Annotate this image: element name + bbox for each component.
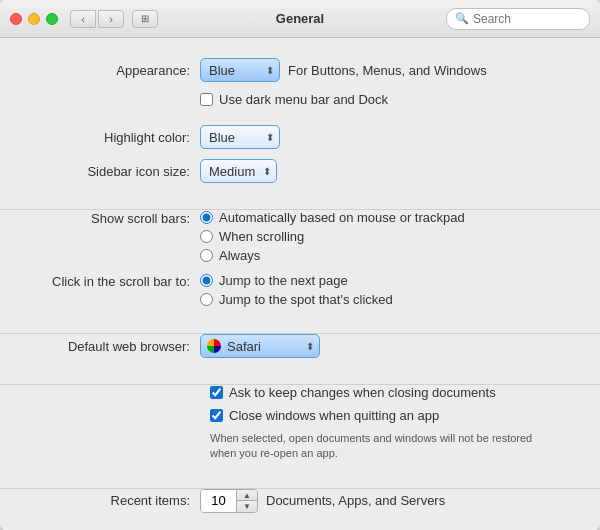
appearance-select[interactable]: Blue Graphite <box>200 58 280 82</box>
scroll-auto-label: Automatically based on mouse or trackpad <box>219 210 465 225</box>
show-scroll-bars-row: Show scroll bars: Automatically based on… <box>20 210 580 263</box>
browser-label: Default web browser: <box>20 339 200 354</box>
titlebar: ‹ › ⊞ General 🔍 <box>0 0 600 38</box>
stepper-up-button[interactable]: ▲ <box>237 490 257 502</box>
nav-buttons: ‹ › <box>70 10 124 28</box>
scroll-when-radio[interactable] <box>200 230 213 243</box>
close-windows-row: Close windows when quitting an app <box>210 408 580 423</box>
checkbox-group: Ask to keep changes when closing documen… <box>210 385 580 423</box>
checkboxes-section: Ask to keep changes when closing documen… <box>0 385 600 489</box>
recent-items-section: Recent items: 10 ▲ ▼ Documents, Apps, an… <box>0 489 600 530</box>
dark-menu-row: Use dark menu bar and Dock <box>20 92 580 115</box>
appearance-controls: Blue Graphite ⬍ For Buttons, Menus, and … <box>200 58 487 82</box>
close-windows-subtext: When selected, open documents and window… <box>210 431 540 462</box>
show-scroll-bars-label: Show scroll bars: <box>20 210 200 226</box>
click-scroll-radio-group: Jump to the next page Jump to the spot t… <box>200 273 393 307</box>
show-scroll-bars-radio-group: Automatically based on mouse or trackpad… <box>200 210 465 263</box>
appearance-section: Appearance: Blue Graphite ⬍ For Buttons,… <box>0 58 600 210</box>
ask-keep-changes-label: Ask to keep changes when closing documen… <box>229 385 496 400</box>
browser-row: Default web browser: Safari Chrome Firef… <box>20 334 580 358</box>
appearance-select-wrapper: Blue Graphite ⬍ <box>200 58 280 82</box>
browser-select-wrapper: Safari Chrome Firefox ⬍ <box>200 334 320 358</box>
click-spot-radio[interactable] <box>200 293 213 306</box>
highlight-color-select[interactable]: Blue Gold Graphite Green Orange Pink Pur… <box>200 125 280 149</box>
back-button[interactable]: ‹ <box>70 10 96 28</box>
recent-items-side-text: Documents, Apps, and Servers <box>266 493 445 508</box>
click-scroll-label: Click in the scroll bar to: <box>20 273 200 289</box>
search-input[interactable] <box>473 12 581 26</box>
appearance-label: Appearance: <box>20 63 200 78</box>
stepper-down-button[interactable]: ▼ <box>237 501 257 512</box>
scroll-auto-radio[interactable] <box>200 211 213 224</box>
stepper-buttons: ▲ ▼ <box>237 490 257 512</box>
highlight-color-row: Highlight color: Blue Gold Graphite Gree… <box>20 125 580 149</box>
content-area: Appearance: Blue Graphite ⬍ For Buttons,… <box>0 38 600 530</box>
search-icon: 🔍 <box>455 12 469 25</box>
browser-select[interactable]: Safari Chrome Firefox <box>200 334 320 358</box>
scroll-always-label: Always <box>219 248 260 263</box>
grid-icon: ⊞ <box>141 13 149 24</box>
scroll-auto-radio-row: Automatically based on mouse or trackpad <box>200 210 465 225</box>
forward-button[interactable]: › <box>98 10 124 28</box>
scroll-always-radio[interactable] <box>200 249 213 262</box>
scroll-always-row: Always <box>200 248 465 263</box>
close-button[interactable] <box>10 13 22 25</box>
sidebar-icon-size-select-wrapper: Small Medium Large ⬍ <box>200 159 277 183</box>
ask-keep-changes-checkbox[interactable] <box>210 386 223 399</box>
click-spot-row: Jump to the spot that's clicked <box>200 292 393 307</box>
dark-menu-checkbox-row: Use dark menu bar and Dock <box>200 92 388 107</box>
close-windows-label: Close windows when quitting an app <box>229 408 439 423</box>
highlight-color-select-wrapper: Blue Gold Graphite Green Orange Pink Pur… <box>200 125 280 149</box>
sidebar-icon-size-row: Sidebar icon size: Small Medium Large ⬍ <box>20 159 580 183</box>
ask-keep-changes-row: Ask to keep changes when closing documen… <box>210 385 580 400</box>
recent-items-value: 10 <box>201 490 237 512</box>
click-next-page-row: Jump to the next page <box>200 273 393 288</box>
scroll-when-row: When scrolling <box>200 229 465 244</box>
close-windows-checkbox[interactable] <box>210 409 223 422</box>
click-spot-label: Jump to the spot that's clicked <box>219 292 393 307</box>
search-box[interactable]: 🔍 <box>446 8 590 30</box>
click-next-page-label: Jump to the next page <box>219 273 348 288</box>
sidebar-icon-size-select[interactable]: Small Medium Large <box>200 159 277 183</box>
grid-button[interactable]: ⊞ <box>132 10 158 28</box>
dark-menu-label: Use dark menu bar and Dock <box>219 92 388 107</box>
recent-items-label: Recent items: <box>20 493 200 508</box>
dark-menu-checkbox[interactable] <box>200 93 213 106</box>
appearance-row: Appearance: Blue Graphite ⬍ For Buttons,… <box>20 58 580 82</box>
sidebar-icon-size-label: Sidebar icon size: <box>20 164 200 179</box>
scroll-when-label: When scrolling <box>219 229 304 244</box>
minimize-button[interactable] <box>28 13 40 25</box>
browser-section: Default web browser: Safari Chrome Firef… <box>0 334 600 385</box>
recent-items-stepper: 10 ▲ ▼ <box>200 489 258 513</box>
appearance-side-text: For Buttons, Menus, and Windows <box>288 63 487 78</box>
maximize-button[interactable] <box>46 13 58 25</box>
click-next-page-radio[interactable] <box>200 274 213 287</box>
traffic-lights <box>10 13 58 25</box>
scroll-section: Show scroll bars: Automatically based on… <box>0 210 600 334</box>
window-title: General <box>276 11 324 26</box>
click-scroll-row: Click in the scroll bar to: Jump to the … <box>20 273 580 307</box>
highlight-color-label: Highlight color: <box>20 130 200 145</box>
recent-items-row: Recent items: 10 ▲ ▼ Documents, Apps, an… <box>20 489 580 513</box>
